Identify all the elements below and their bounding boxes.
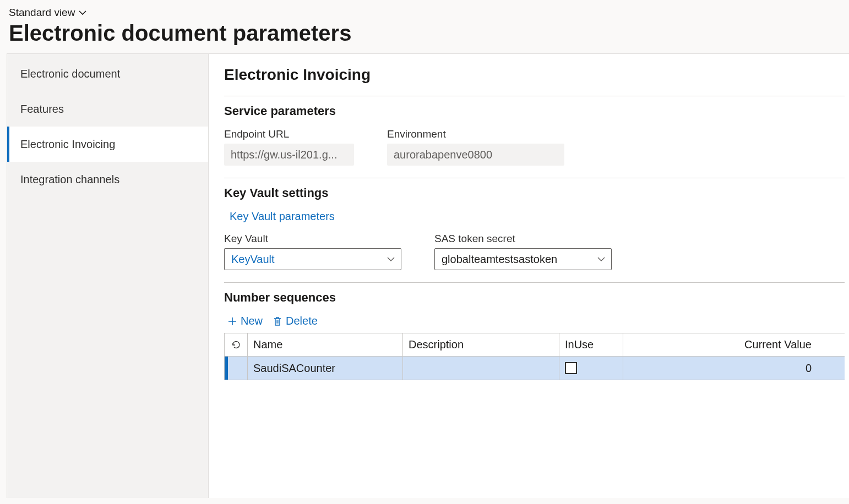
section-heading-key-vault: Key Vault settings	[224, 186, 845, 200]
cell-inuse[interactable]	[559, 357, 623, 380]
trash-icon	[273, 316, 282, 326]
section-key-vault-settings: Key Vault settings Key Vault parameters …	[224, 178, 845, 282]
sidebar: Electronic document Features Electronic …	[7, 54, 209, 498]
view-switcher[interactable]: Standard view	[9, 7, 87, 19]
sidebar-item-label: Electronic document	[20, 68, 120, 80]
sidebar-item-features[interactable]: Features	[7, 91, 208, 127]
key-vault-label: Key Vault	[224, 233, 401, 245]
main-title: Electronic Invoicing	[224, 66, 849, 84]
new-button-label: New	[241, 315, 263, 327]
chevron-down-icon	[78, 8, 87, 17]
refresh-icon	[231, 339, 242, 350]
environment-field[interactable]: aurorabapenve0800	[387, 144, 564, 166]
column-header-name[interactable]: Name	[248, 333, 403, 357]
sas-token-secret-label: SAS token secret	[434, 233, 612, 245]
refresh-column-header[interactable]	[225, 333, 248, 357]
sidebar-item-label: Electronic Invoicing	[20, 138, 115, 151]
sas-token-secret-value: globalteamtestsastoken	[442, 253, 557, 266]
cell-description[interactable]	[403, 357, 559, 380]
section-number-sequences: Number sequences New Delete	[224, 282, 845, 392]
column-header-inuse[interactable]: InUse	[559, 333, 623, 357]
environment-value: aurorabapenve0800	[394, 149, 492, 161]
cell-name[interactable]: SaudiSACounter	[248, 357, 403, 380]
view-switcher-label: Standard view	[9, 7, 75, 19]
key-vault-dropdown[interactable]: KeyVault	[224, 248, 401, 270]
sas-token-secret-dropdown[interactable]: globalteamtestsastoken	[434, 248, 612, 270]
endpoint-url-field[interactable]: https://gw.us-il201.g...	[224, 144, 354, 166]
column-header-current-value[interactable]: Current Value	[623, 333, 845, 357]
key-vault-value: KeyVault	[231, 253, 275, 266]
sidebar-item-electronic-invoicing[interactable]: Electronic Invoicing	[7, 127, 208, 162]
page-title: Electronic document parameters	[9, 21, 840, 46]
new-button[interactable]: New	[227, 315, 263, 327]
main-panel: Electronic Invoicing Service parameters …	[209, 54, 849, 498]
column-header-description[interactable]: Description	[403, 333, 559, 357]
chevron-down-icon	[387, 255, 395, 264]
key-vault-parameters-link[interactable]: Key Vault parameters	[230, 210, 335, 223]
number-sequences-grid: Name Description InUse Current Value Sau…	[224, 333, 845, 380]
delete-button[interactable]: Delete	[273, 315, 318, 327]
table-row[interactable]: SaudiSACounter 0	[225, 357, 845, 380]
delete-button-label: Delete	[286, 315, 318, 327]
section-heading-number-sequences: Number sequences	[224, 291, 845, 305]
cell-current-value[interactable]: 0	[623, 357, 845, 380]
environment-label: Environment	[387, 128, 564, 140]
endpoint-url-value: https://gw.us-il201.g...	[231, 149, 337, 161]
row-selector-cell[interactable]	[228, 357, 248, 380]
endpoint-url-label: Endpoint URL	[224, 128, 354, 140]
section-heading-service-parameters: Service parameters	[224, 104, 845, 118]
sidebar-item-electronic-document[interactable]: Electronic document	[7, 56, 208, 91]
grid-header: Name Description InUse Current Value	[225, 333, 845, 357]
plus-icon	[227, 316, 237, 326]
inuse-checkbox[interactable]	[565, 362, 577, 374]
chevron-down-icon	[597, 255, 606, 264]
section-service-parameters: Service parameters Endpoint URL https://…	[224, 96, 845, 178]
sidebar-item-integration-channels[interactable]: Integration channels	[7, 162, 208, 197]
sidebar-item-label: Features	[20, 103, 64, 116]
sidebar-item-label: Integration channels	[20, 173, 119, 186]
